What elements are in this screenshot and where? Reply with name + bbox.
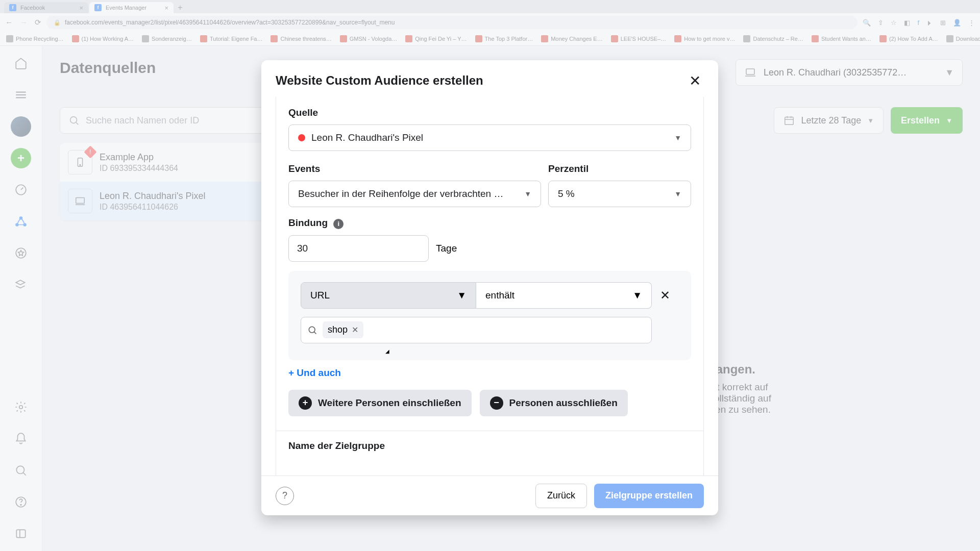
plus-icon: + (299, 396, 312, 410)
cursor: ◢ (385, 348, 704, 354)
pixel-status-dot (298, 134, 305, 141)
add-also-link[interactable]: + Und auch (288, 367, 691, 379)
svg-line-28 (314, 332, 316, 334)
close-icon[interactable]: ✕ (685, 71, 704, 90)
create-audience-button[interactable]: Zielgruppe erstellen (594, 484, 704, 508)
source-label: Quelle (288, 107, 691, 118)
minus-icon: − (490, 396, 503, 410)
modal-footer: ? Zurück Zielgruppe erstellen (261, 475, 718, 515)
remove-token-icon[interactable]: ✕ (352, 325, 358, 335)
events-label: Events (288, 163, 541, 174)
source-select[interactable]: Leon R. Chaudhari's Pixel ▼ (288, 124, 691, 151)
filter-field-select[interactable]: URL ▼ (301, 282, 476, 309)
include-more-button[interactable]: + Weitere Personen einschließen (288, 390, 472, 416)
percentile-select[interactable]: 5 % ▼ (548, 181, 691, 207)
filter-token: shop ✕ (323, 321, 363, 338)
retention-unit: Tage (436, 243, 457, 254)
retention-label: Bindung i (288, 217, 691, 229)
retention-input[interactable] (288, 235, 429, 262)
chevron-down-icon: ▼ (632, 290, 642, 301)
modal-header: Website Custom Audience erstellen ✕ (261, 60, 718, 97)
modal-body: Quelle Leon R. Chaudhari's Pixel ▼ Event… (261, 97, 718, 475)
audience-name-label: Name der Zielgruppe (288, 440, 691, 452)
create-audience-modal: Website Custom Audience erstellen ✕ Quel… (261, 60, 718, 515)
remove-filter-icon[interactable]: ✕ (660, 288, 670, 303)
svg-point-27 (309, 327, 315, 333)
chevron-down-icon: ▼ (674, 134, 681, 142)
filter-value-input[interactable]: shop ✕ (301, 317, 652, 343)
info-icon[interactable]: i (333, 219, 344, 229)
filter-operator-select[interactable]: enthält ▼ (476, 282, 652, 309)
search-icon (307, 325, 317, 335)
chevron-down-icon: ▼ (674, 190, 681, 198)
modal-title: Website Custom Audience erstellen (276, 73, 483, 88)
help-icon[interactable]: ? (276, 487, 294, 505)
filter-box: URL ▼ enthält ▼ ✕ shop ✕ ◢ (288, 271, 691, 360)
back-button[interactable]: Zurück (535, 484, 587, 508)
chevron-down-icon: ▼ (457, 290, 467, 301)
percentile-label: Perzentil (548, 163, 691, 174)
divider (276, 431, 703, 431)
exclude-button[interactable]: − Personen ausschließen (480, 390, 628, 416)
events-select[interactable]: Besucher in der Reihenfolge der verbrach… (288, 181, 541, 207)
chevron-down-icon: ▼ (524, 190, 531, 198)
